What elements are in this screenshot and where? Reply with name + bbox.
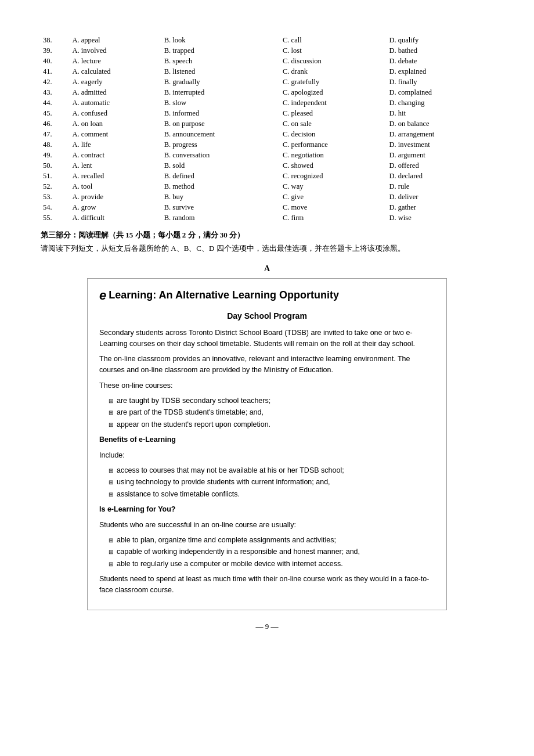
elearning-bullets1: are taught by TDSB secondary school teac… (109, 396, 435, 430)
question-cell-c: C. apologized (280, 87, 387, 98)
question-cell-num: 50. (41, 160, 70, 171)
list-item: able to regularly use a computer or mobi… (109, 559, 435, 570)
list-item: are part of the TDSB student's timetable… (109, 408, 435, 418)
question-cell-a: A. tool (70, 181, 162, 192)
table-row: 53.A. provideB. buyC. giveD. deliver (41, 192, 493, 202)
elearning-title-text: Learning: An Alternative Learning Opport… (109, 289, 339, 301)
question-cell-c: C. give (280, 192, 387, 202)
question-cell-d: D. debate (387, 56, 494, 66)
question-cell-c: C. drank (280, 66, 387, 77)
question-cell-b: B. buy (162, 192, 280, 202)
question-cell-b: B. survive (162, 202, 280, 213)
question-cell-c: C. firm (280, 213, 387, 223)
question-cell-c: C. decision (280, 129, 387, 139)
elearning-box: e Learning: An Alternative Learning Oppo… (87, 278, 447, 610)
question-cell-a: A. involved (70, 45, 162, 56)
question-cell-c: C. performance (280, 139, 387, 150)
question-cell-b: B. informed (162, 108, 280, 118)
question-cell-b: B. speech (162, 56, 280, 66)
table-row: 43.A. admittedB. interruptedC. apologize… (41, 87, 493, 98)
question-cell-b: B. progress (162, 139, 280, 150)
question-cell-b: B. conversation (162, 150, 280, 160)
question-cell-c: C. recognized (280, 171, 387, 181)
question-cell-c: C. way (280, 181, 387, 192)
question-cell-c: C. on sale (280, 118, 387, 129)
question-cell-b: B. listened (162, 66, 280, 77)
question-cell-c: C. gratefully (280, 77, 387, 87)
question-cell-b: B. random (162, 213, 280, 223)
table-row: 51.A. recalledB. definedC. recognizedD. … (41, 171, 493, 181)
question-cell-num: 44. (41, 98, 70, 108)
question-cell-c: C. lost (280, 45, 387, 56)
question-cell-num: 49. (41, 150, 70, 160)
table-row: 55.A. difficultB. randomC. firmD. wise (41, 213, 493, 223)
table-row: 40.A. lectureB. speechC. discussionD. de… (41, 56, 493, 66)
question-cell-d: D. deliver (387, 192, 494, 202)
question-cell-b: B. defined (162, 171, 280, 181)
question-cell-num: 40. (41, 56, 70, 66)
question-cell-num: 54. (41, 202, 70, 213)
question-cell-a: A. eagerly (70, 77, 162, 87)
question-cell-num: 43. (41, 87, 70, 98)
question-cell-num: 42. (41, 77, 70, 87)
question-cell-a: A. grow (70, 202, 162, 213)
elearning-title: e Learning: An Alternative Learning Oppo… (99, 288, 435, 303)
question-cell-d: D. offered (387, 160, 494, 171)
question-cell-num: 52. (41, 181, 70, 192)
question-cell-num: 53. (41, 192, 70, 202)
question-cell-a: A. life (70, 139, 162, 150)
section-instruction: 第三部分：阅读理解（共 15 小题；每小题 2 分，满分 30 分） (41, 230, 493, 240)
question-cell-a: A. contract (70, 150, 162, 160)
question-cell-b: B. trapped (162, 45, 280, 56)
question-cell-a: A. calculated (70, 66, 162, 77)
question-cell-num: 46. (41, 118, 70, 129)
table-row: 39.A. involvedB. trappedC. lostD. bathed (41, 45, 493, 56)
question-cell-b: B. gradually (162, 77, 280, 87)
question-cell-b: B. look (162, 35, 280, 45)
list-item: appear on the student's report upon comp… (109, 420, 435, 430)
page-number: — 9 — (41, 622, 493, 631)
elearning-para2: The on-line classroom provides an innova… (99, 354, 435, 376)
question-cell-a: A. on loan (70, 118, 162, 129)
list-item: assistance to solve timetable conflicts. (109, 489, 435, 500)
question-cell-a: A. confused (70, 108, 162, 118)
passage-label: A (41, 264, 493, 273)
question-cell-a: A. comment (70, 129, 162, 139)
question-cell-num: 38. (41, 35, 70, 45)
table-row: 54.A. growB. surviveC. moveD. gather (41, 202, 493, 213)
question-cell-b: B. announcement (162, 129, 280, 139)
table-row: 42.A. eagerlyB. graduallyC. gratefullyD.… (41, 77, 493, 87)
elearning-section2-title: Is e-Learning for You? (99, 504, 435, 515)
question-cell-c: C. discussion (280, 56, 387, 66)
elearning-closing: Students need to spend at least as much … (99, 574, 435, 596)
elearning-section1-sub: Include: (99, 450, 435, 461)
question-cell-num: 51. (41, 171, 70, 181)
question-cell-num: 39. (41, 45, 70, 56)
elearning-para3: These on-line courses: (99, 380, 435, 391)
table-row: 38.A. appealB. lookC. callD. qualify (41, 35, 493, 45)
question-cell-b: B. sold (162, 160, 280, 171)
question-cell-d: D. investment (387, 139, 494, 150)
table-row: 50.A. lentB. soldC. showedD. offered (41, 160, 493, 171)
table-row: 47.A. commentB. announcementC. decisionD… (41, 129, 493, 139)
question-cell-c: C. move (280, 202, 387, 213)
elearning-bullets2: access to courses that may not be availa… (109, 466, 435, 500)
elearning-para1: Secondary students across Toronto Distri… (99, 327, 435, 350)
question-cell-c: C. showed (280, 160, 387, 171)
question-cell-d: D. complained (387, 87, 494, 98)
question-cell-a: A. appeal (70, 35, 162, 45)
question-cell-c: C. pleased (280, 108, 387, 118)
elearning-section1-title: Benefits of e-Learning (99, 434, 435, 445)
table-row: 44.A. automaticB. slowC. independentD. c… (41, 98, 493, 108)
table-row: 48.A. lifeB. progressC. performanceD. in… (41, 139, 493, 150)
question-cell-d: D. changing (387, 98, 494, 108)
table-row: 49.A. contractB. conversationC. negotiat… (41, 150, 493, 160)
question-cell-d: D. gather (387, 202, 494, 213)
question-cell-num: 45. (41, 108, 70, 118)
questions-table: 38.A. appealB. lookC. callD. qualify39.A… (41, 35, 493, 223)
question-cell-d: D. explained (387, 66, 494, 77)
question-cell-d: D. hit (387, 108, 494, 118)
question-cell-a: A. lent (70, 160, 162, 171)
question-cell-a: A. admitted (70, 87, 162, 98)
question-cell-b: B. interrupted (162, 87, 280, 98)
